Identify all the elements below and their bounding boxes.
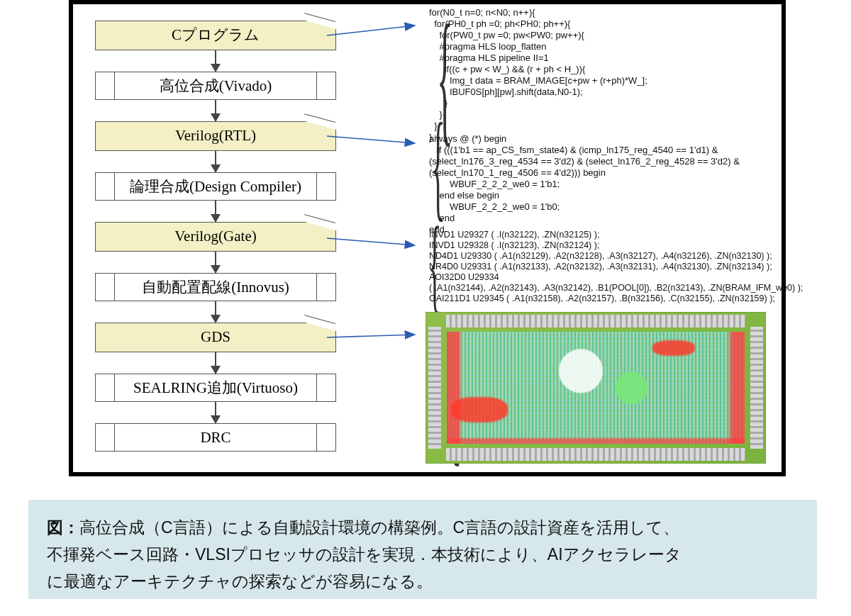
step-c-program: Cプログラム: [95, 21, 336, 50]
caption-prefix: 図：: [47, 518, 79, 537]
flow-arrow: [215, 151, 216, 172]
step-pnr-innovus: 自動配置配線(Innovus): [95, 273, 336, 301]
flow-arrow: [215, 100, 216, 121]
step-label: DRC: [200, 429, 230, 446]
step-verilog-gate: Verilog(Gate): [95, 222, 336, 252]
step-gds: GDS: [95, 323, 336, 352]
step-label: Verilog(Gate): [174, 228, 256, 245]
code-verilog-rtl: always @ (*) begin if (((1'b1 == ap_CS_f…: [429, 133, 740, 235]
step-label: 論理合成(Design Compiler): [130, 178, 301, 195]
flow-arrow: [215, 201, 216, 222]
code-c-program: for(N0_t n=0; n<N0; n++){ for(PH0_t ph =…: [429, 7, 647, 143]
step-label: 自動配置配線(Innovus): [142, 279, 289, 296]
flow-arrow: [215, 252, 216, 273]
gds-layout-image: [425, 312, 766, 464]
step-logic-synth: 論理合成(Design Compiler): [95, 172, 336, 201]
flow-arrow: [215, 402, 216, 423]
flow-arrow: [215, 50, 216, 72]
caption-line-2: 不揮発ベース回路・VLSIプロセッサの設計を実現．本技術により、AIアクセラレー…: [47, 541, 799, 568]
step-label: 高位合成(Vivado): [160, 77, 272, 94]
flow-arrow: [215, 301, 216, 323]
step-verilog-rtl: Verilog(RTL): [95, 121, 336, 151]
step-label: SEALRING追加(Virtuoso): [133, 379, 298, 396]
step-label: Cプログラム: [172, 26, 260, 43]
step-sealring: SEALRING追加(Virtuoso): [95, 374, 336, 402]
step-label: Verilog(RTL): [175, 127, 256, 144]
diagram-frame: Cプログラム 高位合成(Vivado) Verilog(RTL) 論理合成(De…: [69, 0, 786, 476]
flow-column: Cプログラム 高位合成(Vivado) Verilog(RTL) 論理合成(De…: [84, 21, 347, 452]
step-label: GDS: [201, 328, 230, 345]
caption-line-1: 図：高位合成（C言語）による自動設計環境の構築例。C言語の設計資産を活用して、: [47, 514, 799, 541]
step-hls-vivado: 高位合成(Vivado): [95, 72, 336, 100]
code-verilog-gate: INVD1 U29327 ( .I(n32122), .ZN(n32125) )…: [429, 230, 803, 304]
step-drc: DRC: [95, 423, 336, 452]
flow-arrow: [215, 352, 216, 374]
caption-text: 高位合成（C言語）による自動設計環境の構築例。C言語の設計資産を活用して、: [79, 518, 679, 537]
figure-caption: 図：高位合成（C言語）による自動設計環境の構築例。C言語の設計資産を活用して、 …: [28, 500, 817, 599]
caption-line-3: に最適なアーキテクチャの探索などが容易になる。: [47, 568, 799, 595]
